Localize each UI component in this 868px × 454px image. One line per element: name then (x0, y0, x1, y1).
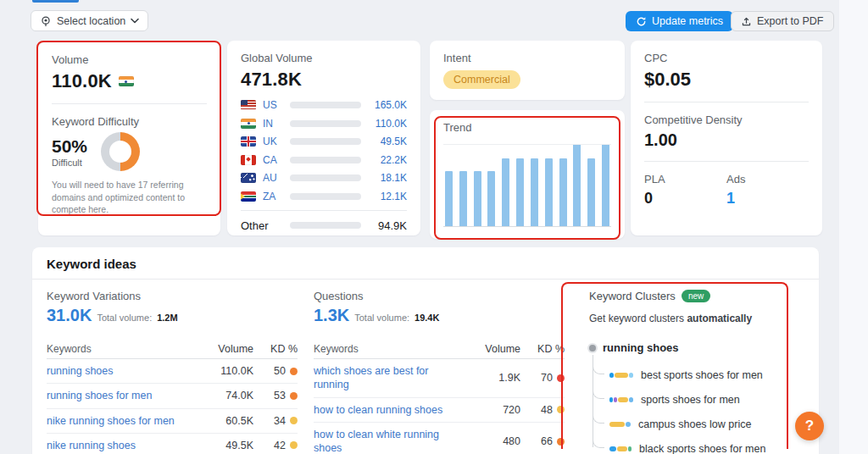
country-code-link[interactable]: UK (263, 136, 285, 147)
country-code-link[interactable]: AU (263, 172, 285, 184)
cluster-root-label: running shoes (603, 341, 679, 354)
cluster-pill-icon (609, 397, 633, 402)
keyword-clusters-section: Keyword Clusters new Get keyword cluster… (589, 290, 801, 454)
kd-number: 42 (274, 440, 286, 451)
keyword-variations-title: Keyword Variations (47, 290, 298, 302)
trend-bar (531, 158, 538, 227)
volume-value: 480 (473, 435, 520, 447)
global-volume-card: Global Volume 471.8K US165.0KIN110.0KUK4… (227, 41, 420, 235)
trend-bar (545, 158, 553, 227)
keyword-link[interactable]: nike running shoes for men (47, 414, 199, 428)
country-code-link[interactable]: US (263, 99, 285, 111)
export-icon (741, 16, 752, 27)
keyword-difficulty-note: You will need to have 17 referring domai… (52, 179, 207, 216)
table-row: nike running shoes for men60.5K34 (47, 409, 298, 434)
table-row: running shoes for men74.0K53 (47, 384, 298, 408)
cluster-pill-icon (609, 373, 633, 378)
column-header: Keywords (314, 343, 466, 355)
volume-value: 74.0K (206, 390, 253, 401)
kd-value: 66 (527, 435, 565, 447)
tree-connector (593, 433, 604, 448)
questions-count: 1.3K (314, 306, 349, 325)
cluster-item-label: black sports shoes for men (639, 443, 765, 454)
au-flag-icon (241, 173, 256, 183)
india-flag-icon (119, 76, 134, 86)
chevron-down-icon (131, 18, 139, 24)
clusters-tree: running shoes best sports shoes for mens… (589, 341, 801, 454)
keyword-link[interactable]: nike running shoes (47, 439, 199, 452)
cluster-item[interactable]: black sports shoes for men (609, 436, 801, 454)
export-pdf-button[interactable]: Export to PDF (731, 11, 834, 31)
cluster-pill-segment (609, 446, 616, 451)
trend-bar (474, 171, 481, 226)
cluster-item[interactable]: campus shoes low price (609, 412, 801, 436)
country-code-link[interactable]: ZA (263, 191, 285, 202)
keyword-variations-section: Keyword Variations 31.0K Total volume: 1… (47, 290, 298, 454)
keyword-ideas-panel: Keyword ideas Keyword Variations 31.0K T… (32, 247, 819, 454)
country-volume-bar (290, 138, 361, 145)
keyword-link[interactable]: running shoes for men (47, 389, 199, 402)
keyword-difficulty-label: Difficult (52, 158, 87, 168)
keyword-link[interactable]: running shoes (47, 364, 199, 378)
tree-connector (593, 408, 604, 424)
location-selector-label: Select location (57, 15, 125, 27)
kd-value: 48 (527, 404, 565, 416)
country-volume-bar (290, 102, 361, 108)
keyword-difficulty-donut (101, 132, 140, 171)
column-header: Keywords (47, 343, 199, 355)
cluster-pill-segment (626, 422, 631, 427)
cluster-pill-icon (609, 422, 631, 427)
cluster-item-label: sports shoes for men (641, 394, 740, 406)
trend-bar (602, 144, 609, 226)
table-row: nike running shoes49.5K42 (47, 434, 298, 454)
table-header-row: KeywordsVolumeKD % (314, 339, 565, 359)
help-button[interactable]: ? (795, 412, 824, 440)
kd-value: 34 (260, 415, 298, 427)
trend-bar (559, 158, 567, 227)
volume-title: Volume (52, 53, 207, 66)
cluster-root-dot-icon (589, 345, 596, 352)
global-volume-title: Global Volume (241, 52, 407, 64)
country-code-link[interactable]: CA (263, 154, 285, 166)
kd-number: 70 (541, 372, 553, 384)
country-volume-value: 18.1K (366, 172, 407, 184)
keyword-variations-total-label: Total volume: (97, 313, 152, 323)
column-header: Volume (473, 343, 520, 355)
keyword-variations-count: 31.0K (47, 306, 92, 325)
location-pin-icon (40, 15, 52, 27)
update-metrics-button[interactable]: Update metrics (626, 11, 733, 31)
cpc-label: CPC (644, 52, 809, 64)
global-volume-value: 471.8K (241, 69, 407, 91)
kd-value: 42 (260, 440, 298, 451)
global-volume-row: IN110.0K (241, 118, 407, 130)
trend-bar-chart (443, 144, 611, 227)
keyword-link[interactable]: how to clean white running shoes (314, 428, 466, 454)
cluster-pill-segment (629, 397, 633, 402)
kd-dot (557, 438, 565, 446)
competitive-density-label: Competitive Density (644, 114, 809, 126)
volume-value: 110.0K (206, 365, 253, 377)
cluster-pill-segment (609, 373, 614, 378)
kd-dot (290, 417, 298, 424)
cluster-root-node[interactable]: running shoes (589, 341, 801, 354)
kd-number: 66 (541, 435, 553, 447)
global-volume-row: ZA12.1K (241, 191, 407, 202)
us-flag-icon (241, 100, 256, 110)
competitive-density-value: 1.00 (644, 130, 809, 150)
cluster-item[interactable]: best sports shoes for men (609, 363, 801, 387)
right-gutter (839, 0, 868, 454)
kd-dot (557, 406, 565, 413)
column-header: Volume (206, 343, 253, 355)
trend-bar (573, 144, 581, 226)
location-selector[interactable]: Select location (31, 10, 148, 31)
country-volume-bar (290, 120, 361, 127)
keyword-variations-total-value: 1.2M (157, 313, 177, 323)
clusters-subtitle: Get keyword clusters automatically (589, 313, 801, 324)
volume-value: 720 (473, 404, 520, 416)
tree-connector (593, 384, 604, 399)
country-code-link[interactable]: IN (263, 118, 285, 130)
cluster-item[interactable]: sports shoes for men (609, 387, 801, 412)
keyword-link[interactable]: which shoes are best for running (314, 364, 466, 392)
keyword-link[interactable]: how to clean running shoes (314, 403, 466, 417)
trend-bar (459, 171, 467, 226)
